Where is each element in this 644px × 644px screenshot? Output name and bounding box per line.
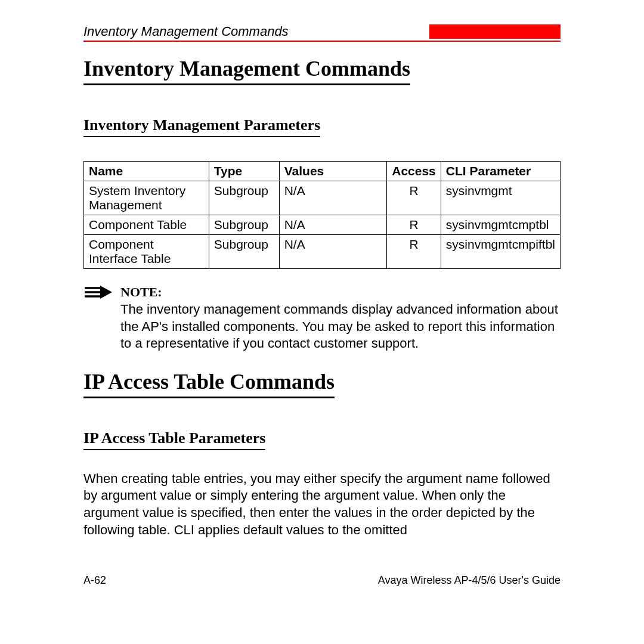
cell-type: Subgroup <box>209 215 279 235</box>
guide-title: Avaya Wireless AP-4/5/6 User's Guide <box>378 574 561 587</box>
note-block: NOTE: The inventory management commands … <box>83 284 561 352</box>
section-2-paragraph: When creating table entries, you may eit… <box>83 470 561 538</box>
cell-type: Subgroup <box>209 235 279 269</box>
cell-values: N/A <box>279 181 387 215</box>
note-text: The inventory management commands displa… <box>120 301 561 352</box>
section-1-title: Inventory Management Commands <box>83 56 410 85</box>
col-name: Name <box>84 162 209 181</box>
cell-name: Component Interface Table <box>84 235 209 269</box>
table-row: Component Table Subgroup N/A R sysinvmgm… <box>84 215 561 235</box>
col-values: Values <box>279 162 387 181</box>
cell-type: Subgroup <box>209 181 279 215</box>
cell-access: R <box>387 215 441 235</box>
cell-name: System Inventory Management <box>84 181 209 215</box>
cell-values: N/A <box>279 215 387 235</box>
note-arrow-icon <box>83 284 113 301</box>
page-header: Inventory Management Commands <box>83 24 561 42</box>
cell-cli: sysinvmgmtcmptbl <box>441 215 560 235</box>
section-2-subtitle: IP Access Table Parameters <box>83 429 265 450</box>
section-2-title: IP Access Table Commands <box>83 369 335 398</box>
svg-marker-3 <box>100 286 112 299</box>
table-row: Component Interface Table Subgroup N/A R… <box>84 235 561 269</box>
cell-access: R <box>387 235 441 269</box>
col-access: Access <box>387 162 441 181</box>
col-cli: CLI Parameter <box>441 162 560 181</box>
section-1-subtitle: Inventory Management Parameters <box>83 116 320 137</box>
parameters-table: Name Type Values Access CLI Parameter Sy… <box>83 161 561 269</box>
cell-cli: sysinvmgmtcmpiftbl <box>441 235 560 269</box>
cell-cli: sysinvmgmt <box>441 181 560 215</box>
cell-access: R <box>387 181 441 215</box>
page-footer: A-62 Avaya Wireless AP-4/5/6 User's Guid… <box>83 574 561 587</box>
table-row: System Inventory Management Subgroup N/A… <box>84 181 561 215</box>
cell-values: N/A <box>279 235 387 269</box>
cell-name: Component Table <box>84 215 209 235</box>
running-title: Inventory Management Commands <box>83 24 289 39</box>
page-number: A-62 <box>83 574 106 587</box>
header-accent-bar <box>429 24 561 39</box>
note-label: NOTE: <box>120 284 162 299</box>
col-type: Type <box>209 162 279 181</box>
